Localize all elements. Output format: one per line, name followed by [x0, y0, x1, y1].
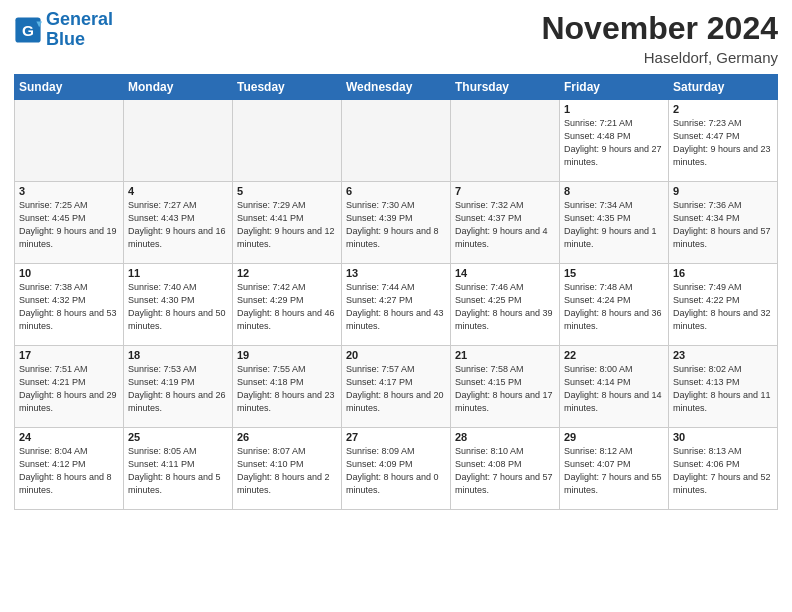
calendar-cell: 27Sunrise: 8:09 AMSunset: 4:09 PMDayligh… — [342, 428, 451, 510]
day-info: Sunrise: 7:32 AMSunset: 4:37 PMDaylight:… — [455, 199, 555, 251]
day-number: 28 — [455, 431, 555, 443]
day-info: Sunrise: 7:29 AMSunset: 4:41 PMDaylight:… — [237, 199, 337, 251]
calendar-cell: 24Sunrise: 8:04 AMSunset: 4:12 PMDayligh… — [15, 428, 124, 510]
day-number: 30 — [673, 431, 773, 443]
col-tuesday: Tuesday — [233, 75, 342, 100]
calendar-cell: 3Sunrise: 7:25 AMSunset: 4:45 PMDaylight… — [15, 182, 124, 264]
day-number: 3 — [19, 185, 119, 197]
day-info: Sunrise: 8:05 AMSunset: 4:11 PMDaylight:… — [128, 445, 228, 497]
logo-blue: Blue — [46, 29, 85, 49]
day-number: 21 — [455, 349, 555, 361]
day-info: Sunrise: 7:23 AMSunset: 4:47 PMDaylight:… — [673, 117, 773, 169]
logo-general: General — [46, 9, 113, 29]
page: G General Blue November 2024 Haseldorf, … — [0, 0, 792, 612]
title-block: November 2024 Haseldorf, Germany — [541, 10, 778, 66]
location: Haseldorf, Germany — [541, 49, 778, 66]
day-number: 6 — [346, 185, 446, 197]
logo: G General Blue — [14, 10, 113, 50]
calendar-cell: 6Sunrise: 7:30 AMSunset: 4:39 PMDaylight… — [342, 182, 451, 264]
day-number: 17 — [19, 349, 119, 361]
calendar-cell: 9Sunrise: 7:36 AMSunset: 4:34 PMDaylight… — [669, 182, 778, 264]
day-info: Sunrise: 7:46 AMSunset: 4:25 PMDaylight:… — [455, 281, 555, 333]
calendar-cell: 29Sunrise: 8:12 AMSunset: 4:07 PMDayligh… — [560, 428, 669, 510]
day-info: Sunrise: 7:58 AMSunset: 4:15 PMDaylight:… — [455, 363, 555, 415]
day-number: 1 — [564, 103, 664, 115]
calendar-week-4: 17Sunrise: 7:51 AMSunset: 4:21 PMDayligh… — [15, 346, 778, 428]
day-number: 27 — [346, 431, 446, 443]
day-info: Sunrise: 8:07 AMSunset: 4:10 PMDaylight:… — [237, 445, 337, 497]
calendar-cell: 14Sunrise: 7:46 AMSunset: 4:25 PMDayligh… — [451, 264, 560, 346]
calendar-cell: 16Sunrise: 7:49 AMSunset: 4:22 PMDayligh… — [669, 264, 778, 346]
day-info: Sunrise: 7:38 AMSunset: 4:32 PMDaylight:… — [19, 281, 119, 333]
day-info: Sunrise: 7:57 AMSunset: 4:17 PMDaylight:… — [346, 363, 446, 415]
day-number: 9 — [673, 185, 773, 197]
day-info: Sunrise: 7:36 AMSunset: 4:34 PMDaylight:… — [673, 199, 773, 251]
month-title: November 2024 — [541, 10, 778, 47]
day-info: Sunrise: 7:49 AMSunset: 4:22 PMDaylight:… — [673, 281, 773, 333]
calendar-cell: 7Sunrise: 7:32 AMSunset: 4:37 PMDaylight… — [451, 182, 560, 264]
header: G General Blue November 2024 Haseldorf, … — [14, 10, 778, 66]
calendar-cell: 22Sunrise: 8:00 AMSunset: 4:14 PMDayligh… — [560, 346, 669, 428]
day-info: Sunrise: 7:51 AMSunset: 4:21 PMDaylight:… — [19, 363, 119, 415]
calendar-cell: 10Sunrise: 7:38 AMSunset: 4:32 PMDayligh… — [15, 264, 124, 346]
day-number: 19 — [237, 349, 337, 361]
calendar-cell: 23Sunrise: 8:02 AMSunset: 4:13 PMDayligh… — [669, 346, 778, 428]
calendar-cell: 18Sunrise: 7:53 AMSunset: 4:19 PMDayligh… — [124, 346, 233, 428]
calendar-cell — [451, 100, 560, 182]
day-info: Sunrise: 8:00 AMSunset: 4:14 PMDaylight:… — [564, 363, 664, 415]
calendar-cell — [233, 100, 342, 182]
day-number: 8 — [564, 185, 664, 197]
day-number: 14 — [455, 267, 555, 279]
day-info: Sunrise: 7:25 AMSunset: 4:45 PMDaylight:… — [19, 199, 119, 251]
calendar-cell — [15, 100, 124, 182]
day-info: Sunrise: 7:53 AMSunset: 4:19 PMDaylight:… — [128, 363, 228, 415]
calendar-cell: 28Sunrise: 8:10 AMSunset: 4:08 PMDayligh… — [451, 428, 560, 510]
calendar-cell: 8Sunrise: 7:34 AMSunset: 4:35 PMDaylight… — [560, 182, 669, 264]
calendar-cell: 5Sunrise: 7:29 AMSunset: 4:41 PMDaylight… — [233, 182, 342, 264]
day-info: Sunrise: 7:48 AMSunset: 4:24 PMDaylight:… — [564, 281, 664, 333]
day-info: Sunrise: 7:34 AMSunset: 4:35 PMDaylight:… — [564, 199, 664, 251]
calendar-cell: 12Sunrise: 7:42 AMSunset: 4:29 PMDayligh… — [233, 264, 342, 346]
calendar-cell — [124, 100, 233, 182]
col-friday: Friday — [560, 75, 669, 100]
logo-icon: G — [14, 16, 42, 44]
col-sunday: Sunday — [15, 75, 124, 100]
col-wednesday: Wednesday — [342, 75, 451, 100]
day-number: 20 — [346, 349, 446, 361]
day-number: 4 — [128, 185, 228, 197]
day-number: 13 — [346, 267, 446, 279]
calendar-cell: 15Sunrise: 7:48 AMSunset: 4:24 PMDayligh… — [560, 264, 669, 346]
day-info: Sunrise: 7:21 AMSunset: 4:48 PMDaylight:… — [564, 117, 664, 169]
day-number: 26 — [237, 431, 337, 443]
day-info: Sunrise: 7:42 AMSunset: 4:29 PMDaylight:… — [237, 281, 337, 333]
calendar-week-3: 10Sunrise: 7:38 AMSunset: 4:32 PMDayligh… — [15, 264, 778, 346]
day-number: 10 — [19, 267, 119, 279]
col-saturday: Saturday — [669, 75, 778, 100]
calendar-cell: 17Sunrise: 7:51 AMSunset: 4:21 PMDayligh… — [15, 346, 124, 428]
day-info: Sunrise: 7:27 AMSunset: 4:43 PMDaylight:… — [128, 199, 228, 251]
day-info: Sunrise: 7:55 AMSunset: 4:18 PMDaylight:… — [237, 363, 337, 415]
day-info: Sunrise: 8:04 AMSunset: 4:12 PMDaylight:… — [19, 445, 119, 497]
day-number: 16 — [673, 267, 773, 279]
calendar-cell: 25Sunrise: 8:05 AMSunset: 4:11 PMDayligh… — [124, 428, 233, 510]
day-number: 22 — [564, 349, 664, 361]
calendar-week-1: 1Sunrise: 7:21 AMSunset: 4:48 PMDaylight… — [15, 100, 778, 182]
calendar-week-5: 24Sunrise: 8:04 AMSunset: 4:12 PMDayligh… — [15, 428, 778, 510]
day-info: Sunrise: 8:10 AMSunset: 4:08 PMDaylight:… — [455, 445, 555, 497]
svg-text:G: G — [22, 21, 34, 38]
calendar-cell: 30Sunrise: 8:13 AMSunset: 4:06 PMDayligh… — [669, 428, 778, 510]
logo-text: General Blue — [46, 10, 113, 50]
calendar-cell: 26Sunrise: 8:07 AMSunset: 4:10 PMDayligh… — [233, 428, 342, 510]
calendar-cell: 11Sunrise: 7:40 AMSunset: 4:30 PMDayligh… — [124, 264, 233, 346]
calendar-week-2: 3Sunrise: 7:25 AMSunset: 4:45 PMDaylight… — [15, 182, 778, 264]
calendar-cell: 19Sunrise: 7:55 AMSunset: 4:18 PMDayligh… — [233, 346, 342, 428]
day-number: 18 — [128, 349, 228, 361]
day-info: Sunrise: 7:44 AMSunset: 4:27 PMDaylight:… — [346, 281, 446, 333]
day-number: 23 — [673, 349, 773, 361]
day-number: 11 — [128, 267, 228, 279]
calendar-cell: 4Sunrise: 7:27 AMSunset: 4:43 PMDaylight… — [124, 182, 233, 264]
calendar: Sunday Monday Tuesday Wednesday Thursday… — [14, 74, 778, 510]
day-info: Sunrise: 8:13 AMSunset: 4:06 PMDaylight:… — [673, 445, 773, 497]
day-number: 5 — [237, 185, 337, 197]
calendar-cell: 21Sunrise: 7:58 AMSunset: 4:15 PMDayligh… — [451, 346, 560, 428]
